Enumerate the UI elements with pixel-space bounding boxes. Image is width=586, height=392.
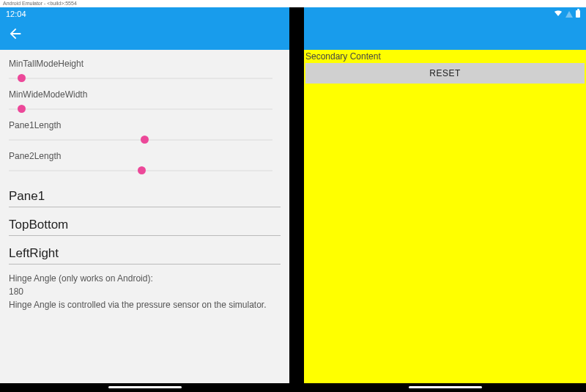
device-hinge <box>289 7 304 392</box>
pane2-length-label: Pane2Length <box>9 151 281 161</box>
nav-bar-left <box>0 383 289 392</box>
picker-pane-priority[interactable]: Pane1 <box>9 185 281 207</box>
slider-thumb[interactable] <box>18 74 26 82</box>
hinge-angle-label: Hinge Angle (only works on Android): <box>9 272 281 285</box>
signal-icon <box>565 11 573 18</box>
secondary-content: Secondary Content RESET <box>304 50 586 383</box>
min-tall-mode-height-slider[interactable] <box>9 70 272 86</box>
wifi-icon <box>554 10 563 18</box>
right-device: Secondary Content RESET <box>304 7 586 392</box>
slider-thumb[interactable] <box>138 166 146 174</box>
hinge-angle-note: Hinge Angle is controlled via the pressu… <box>9 298 281 311</box>
picker-top-bottom[interactable]: TopBottom <box>9 213 281 236</box>
back-arrow-icon <box>7 26 23 42</box>
app-bar-right <box>304 21 586 50</box>
pane2-length-slider[interactable] <box>9 163 272 179</box>
pane1-length-label: Pane1Length <box>9 120 281 130</box>
emulator-titlebar: Android Emulator - <build>:5554 <box>0 0 586 7</box>
hinge-angle-value: 180 <box>9 285 281 298</box>
status-icons <box>554 10 580 18</box>
secondary-content-label: Secondary Content <box>304 50 586 63</box>
min-wide-mode-width-label: MinWideModeWidth <box>9 89 281 100</box>
home-pill[interactable] <box>108 386 182 388</box>
status-bar-right <box>304 7 586 21</box>
back-button[interactable] <box>7 26 23 45</box>
secondary-content-body <box>304 85 586 383</box>
min-wide-mode-width-slider[interactable] <box>9 101 272 117</box>
left-device: 12:04 MinTallModeHeight MinWideModeWidth… <box>0 7 289 392</box>
battery-icon <box>576 10 580 18</box>
min-tall-mode-height-label: MinTallModeHeight <box>9 59 281 69</box>
picker-left-right[interactable]: LeftRight <box>9 242 281 265</box>
reset-button[interactable]: RESET <box>305 63 585 84</box>
slider-thumb[interactable] <box>18 105 26 113</box>
primary-content: MinTallModeHeight MinWideModeWidth Pane1… <box>0 50 289 383</box>
slider-track <box>9 108 272 110</box>
dual-screen-frame: 12:04 MinTallModeHeight MinWideModeWidth… <box>0 7 586 392</box>
hinge-angle-section: Hinge Angle (only works on Android): 180… <box>9 272 281 311</box>
nav-bar-right <box>304 383 586 392</box>
app-bar-left <box>0 21 289 50</box>
pane1-length-slider[interactable] <box>9 132 272 148</box>
status-bar-left: 12:04 <box>0 7 289 21</box>
emulator-title: Android Emulator - <build>:5554 <box>3 0 77 7</box>
slider-track <box>9 78 272 79</box>
slider-thumb[interactable] <box>141 136 149 144</box>
home-pill[interactable] <box>409 386 482 388</box>
clock: 12:04 <box>6 10 26 18</box>
